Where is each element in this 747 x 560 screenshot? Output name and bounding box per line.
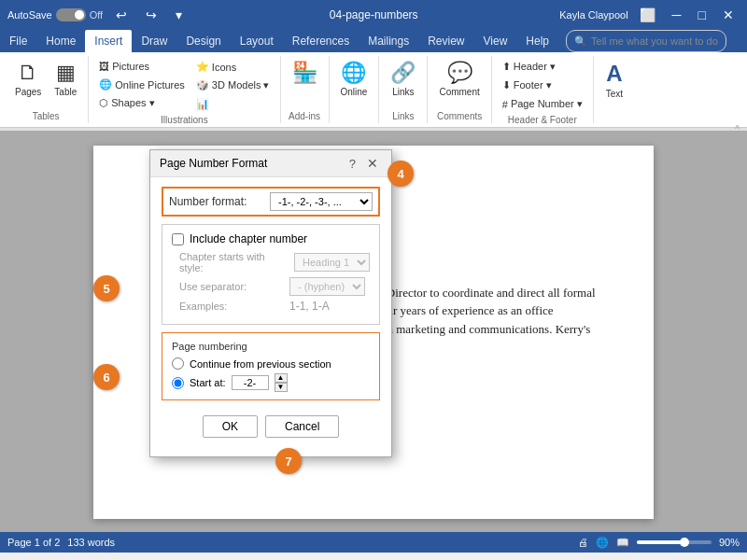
tab-review[interactable]: Review <box>418 30 473 52</box>
status-right: 🖨 🌐 📖 90% <box>578 537 740 549</box>
undo-button[interactable]: ↩ <box>110 6 133 24</box>
tab-layout[interactable]: Layout <box>231 30 283 52</box>
spinner-buttons: ▲ ▼ <box>275 373 288 392</box>
use-separator-label: Use separator: <box>179 281 282 292</box>
dialog-help-button[interactable]: ? <box>345 157 359 171</box>
page-number-button[interactable]: # Page Number ▾ <box>498 95 587 113</box>
start-at-radio[interactable] <box>172 377 184 389</box>
include-chapter-checkbox[interactable] <box>172 233 184 245</box>
close-button[interactable]: ✕ <box>717 6 740 24</box>
user-name: Kayla Claypool <box>559 9 627 21</box>
footer-button[interactable]: ⬇ Footer ▾ <box>498 77 587 94</box>
online-button[interactable]: 🌐 Online <box>335 58 374 100</box>
header-footer-group-label: Header & Footer <box>508 113 577 125</box>
step-4-bubble: 4 <box>388 161 414 187</box>
zoom-slider[interactable] <box>637 540 712 544</box>
spinner-down-button[interactable]: ▼ <box>275 383 288 392</box>
ok-button[interactable]: OK <box>203 415 258 438</box>
dialog-close-button[interactable]: ✕ <box>363 156 382 171</box>
title-bar: AutoSave Off ↩ ↪ ▾ 04-page-numbers Kayla… <box>0 0 747 30</box>
view-print-button[interactable]: 🖨 <box>578 537 588 548</box>
ribbon-group-header-footer: ⬆ Header ▾ ⬇ Footer ▾ # Page Number ▾ He… <box>492 56 594 123</box>
document-area: 1 Board of Directors May 6 New Communica… <box>0 131 747 532</box>
tab-mailings[interactable]: Mailings <box>359 30 418 52</box>
table-icon: ▦ <box>56 61 76 85</box>
store-icon: 🏪 <box>292 61 317 85</box>
minimize-button[interactable]: ─ <box>667 6 687 24</box>
title-bar-left: AutoSave Off ↩ ↪ ▾ <box>7 6 188 24</box>
chart-button[interactable]: 📊 <box>191 95 275 113</box>
spinner-up-button[interactable]: ▲ <box>275 373 288 383</box>
online-label: Online <box>341 87 368 97</box>
status-left: Page 1 of 2 133 words <box>7 537 115 548</box>
view-read-button[interactable]: 📖 <box>616 537 629 549</box>
restore-button[interactable]: □ <box>693 6 712 24</box>
links-button[interactable]: 🔗 Links <box>385 58 421 100</box>
page-numbering-title: Page numbering <box>172 341 370 352</box>
online-icon: 🌐 <box>341 61 366 85</box>
shapes-icon: ⬡ <box>99 97 108 109</box>
step-7-bubble: 7 <box>275 448 302 474</box>
illustrations-group-top: 🖼 Pictures 🌐 Online Pictures ⬡ Shapes ▾ … <box>94 58 274 113</box>
pictures-icon: 🖼 <box>99 61 109 72</box>
illustrations-group-label: Illustrations <box>161 113 208 125</box>
page-numbering-section: Page numbering Continue from previous se… <box>162 332 380 400</box>
ribbon-content: 🗋 Pages ▦ Table Tables 🖼 Pictures 🌐 Onli… <box>0 52 747 127</box>
autosave-toggle[interactable] <box>56 8 86 21</box>
tab-help[interactable]: Help <box>516 30 558 52</box>
customize-qat-button[interactable]: ▾ <box>170 6 188 24</box>
ribbon-display-button[interactable]: ⬜ <box>634 6 661 24</box>
continue-radio[interactable] <box>172 357 184 370</box>
redo-button[interactable]: ↪ <box>140 6 162 24</box>
view-web-button[interactable]: 🌐 <box>596 537 609 549</box>
search-icon: 🔍 <box>574 35 587 48</box>
chapter-number-section: Include chapter number Chapter starts wi… <box>162 224 380 325</box>
tab-home[interactable]: Home <box>36 30 85 52</box>
dialog-title: Page Number Format <box>160 157 267 170</box>
use-separator-row: Use separator: - (hyphen) <box>172 277 370 296</box>
header-button[interactable]: ⬆ Header ▾ <box>498 58 587 76</box>
tables-group-top: 🗋 Pages ▦ Table <box>9 58 82 109</box>
text-button[interactable]: A Text <box>600 58 628 102</box>
tab-insert[interactable]: Insert <box>85 30 132 52</box>
icons-button[interactable]: ⭐ Icons <box>191 58 275 76</box>
icons-icon: ⭐ <box>196 61 209 73</box>
tab-draw[interactable]: Draw <box>132 30 176 52</box>
store-button[interactable]: 🏪 <box>287 58 323 90</box>
3d-models-button[interactable]: 🎲 3D Models ▾ <box>191 77 275 94</box>
pictures-button[interactable]: 🖼 Pictures <box>94 58 190 75</box>
ribbon-group-text: A Text <box>594 56 635 123</box>
ribbon-group-tables: 🗋 Pages ▦ Table Tables <box>4 56 89 123</box>
start-at-input[interactable] <box>232 375 269 390</box>
comment-label: Comment <box>439 87 479 97</box>
number-format-select[interactable]: -1-, -2-, -3-, ... <box>270 192 373 211</box>
tab-file[interactable]: File <box>0 30 36 52</box>
chapter-starts-select[interactable]: Heading 1 <box>294 253 370 272</box>
include-chapter-label: Include chapter number <box>190 232 307 245</box>
table-button[interactable]: ▦ Table <box>49 58 82 100</box>
examples-value: 1-1, 1-A <box>289 300 330 313</box>
shapes-button[interactable]: ⬡ Shapes ▾ <box>94 94 190 112</box>
pages-icon: 🗋 <box>18 61 38 85</box>
step-5-bubble: 5 <box>93 275 120 301</box>
header-icon: ⬆ <box>502 61 511 73</box>
links-group-label: Links <box>392 109 414 121</box>
tables-group-label: Tables <box>33 109 60 121</box>
links-icon: 🔗 <box>390 61 416 85</box>
cancel-button[interactable]: Cancel <box>265 415 339 438</box>
tab-view[interactable]: View <box>474 30 517 52</box>
use-separator-select[interactable]: - (hyphen) <box>289 277 365 296</box>
comment-button[interactable]: 💬 Comment <box>433 58 485 100</box>
tab-references[interactable]: References <box>283 30 359 52</box>
chart-icon: 📊 <box>196 98 209 110</box>
tell-me-box[interactable]: 🔍 Tell me what you want to do <box>566 30 726 52</box>
pages-button[interactable]: 🗋 Pages <box>9 58 47 100</box>
links-label: Links <box>392 87 414 97</box>
online-pictures-button[interactable]: 🌐 Online Pictures <box>94 76 190 93</box>
step-6-bubble: 6 <box>93 364 120 390</box>
tab-design[interactable]: Design <box>176 30 230 52</box>
zoom-level[interactable]: 90% <box>719 537 740 548</box>
zoom-slider-thumb <box>680 538 689 547</box>
ribbon-tabs: File Home Insert Draw Design Layout Refe… <box>0 30 747 52</box>
ribbon-group-addins: 🏪 Add-ins <box>281 56 330 123</box>
